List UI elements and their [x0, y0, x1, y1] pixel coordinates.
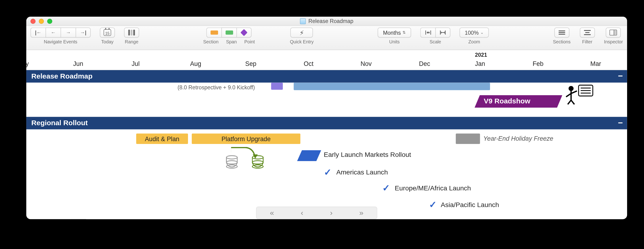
- close-window-button[interactable]: [30, 19, 36, 24]
- toolbar: |← ← → →| Navigate Events 15 Today Range…: [26, 26, 627, 50]
- pager-last-button[interactable]: »: [359, 209, 364, 217]
- month-label: Aug: [190, 60, 201, 67]
- month-label: Feb: [533, 60, 544, 67]
- point-swatch-icon: [240, 29, 248, 36]
- app-window: Release Roadmap |← ← → →| Navigate Event…: [26, 17, 627, 219]
- range-label: Range: [125, 39, 138, 44]
- presenter-icon: [565, 84, 594, 107]
- units-label: Units: [389, 39, 400, 44]
- section-header-release[interactable]: Release Roadmap −: [26, 70, 627, 82]
- check-icon: ✓: [429, 200, 436, 210]
- nav-last-button[interactable]: →|: [76, 27, 90, 37]
- nav-next-button[interactable]: →: [60, 27, 76, 37]
- inspector-button[interactable]: [606, 27, 621, 37]
- list-icon: [558, 30, 565, 35]
- range-button[interactable]: [124, 27, 139, 37]
- chevron-down-icon: ⌄: [480, 30, 484, 35]
- calendar-icon: 15: [104, 29, 111, 36]
- workshop-event[interactable]: [271, 82, 283, 90]
- zoom-select[interactable]: 100%⌄: [460, 27, 489, 37]
- month-label: Oct: [304, 60, 314, 67]
- collapse-section-button[interactable]: −: [618, 72, 623, 80]
- section-title: Release Roadmap: [32, 72, 93, 81]
- timeline-pager: « ‹ › »: [256, 207, 377, 219]
- database-old-icon: [226, 155, 238, 170]
- point-label: Point: [244, 39, 255, 44]
- sections-label: Sections: [553, 39, 570, 44]
- lightning-icon: ⚡︎: [300, 29, 304, 36]
- americas-launch-label[interactable]: Americas Launch: [336, 169, 388, 176]
- apac-launch-label[interactable]: Asia/Pacific Launch: [441, 201, 499, 209]
- month-label: Jun: [73, 60, 83, 67]
- early-launch-marker[interactable]: [297, 150, 321, 161]
- month-label: Mar: [590, 60, 601, 67]
- pager-first-button[interactable]: «: [270, 209, 274, 217]
- nav-prev-button[interactable]: ←: [46, 27, 60, 37]
- updown-chevron-icon: ⇅: [402, 30, 406, 35]
- scale-expand-icon: [440, 29, 446, 36]
- pager-prev-button[interactable]: ‹: [301, 209, 304, 217]
- nav-label: Navigate Events: [44, 39, 78, 44]
- nav-first-button[interactable]: |←: [30, 27, 46, 37]
- emea-launch-label[interactable]: Europe/ME/Africa Launch: [395, 185, 471, 192]
- today-button[interactable]: 15: [100, 27, 115, 37]
- quick-entry-button[interactable]: ⚡︎: [290, 27, 313, 37]
- filter-label: Filter: [582, 39, 592, 44]
- audit-plan-bar[interactable]: Audit & Plan: [136, 134, 188, 144]
- today-label: Today: [101, 39, 113, 44]
- pager-next-button[interactable]: ›: [330, 209, 332, 217]
- month-label: Jul: [132, 60, 140, 67]
- new-section-button[interactable]: [206, 27, 222, 37]
- section-lane-release[interactable]: (8.0 Retrospective + 9.0 Kickoff) V9 Roa…: [26, 82, 627, 117]
- database-new-icon: [252, 155, 264, 170]
- range-icon: [128, 29, 135, 35]
- section-swatch-icon: [210, 30, 218, 35]
- maintenance-bar[interactable]: [294, 82, 490, 90]
- holiday-freeze-bar[interactable]: [456, 134, 480, 144]
- check-icon: ✓: [324, 167, 332, 178]
- check-icon: ✓: [382, 183, 390, 194]
- roadshow-event[interactable]: V9 Roadshow: [474, 95, 562, 108]
- workshop-subtitle: (8.0 Retrospective + 9.0 Kickoff): [178, 84, 255, 91]
- span-label: Span: [226, 39, 237, 44]
- scale-collapse-icon: [425, 29, 431, 36]
- section-lane-regional[interactable]: Audit & Plan Platform Upgrade Year-End H…: [26, 129, 627, 219]
- inspector-icon: [610, 29, 617, 35]
- filter-button[interactable]: [580, 27, 595, 37]
- scale-label: Scale: [430, 39, 441, 44]
- span-swatch-icon: [226, 30, 233, 35]
- quick-entry-label: Quick Entry: [290, 39, 314, 44]
- holiday-freeze-label: Year-End Holiday Freeze: [483, 135, 553, 142]
- svg-point-0: [569, 86, 574, 91]
- document-icon: [300, 18, 306, 24]
- platform-upgrade-bar[interactable]: Platform Upgrade: [192, 134, 300, 144]
- zoom-label: Zoom: [468, 39, 480, 44]
- window-title: Release Roadmap: [308, 18, 354, 24]
- minimize-window-button[interactable]: [39, 19, 44, 24]
- filter-icon: [584, 30, 590, 35]
- zoom-window-button[interactable]: [47, 19, 52, 24]
- new-span-button[interactable]: [222, 27, 236, 37]
- month-label: Dec: [419, 60, 430, 67]
- window-titlebar[interactable]: Release Roadmap: [26, 17, 627, 26]
- scale-in-button[interactable]: [435, 27, 450, 37]
- early-launch-label: Early Launch Markets Rollout: [324, 151, 411, 159]
- month-label: Jan: [475, 60, 485, 67]
- section-header-regional[interactable]: Regional Rollout −: [26, 117, 627, 129]
- month-label: Nov: [360, 60, 372, 67]
- section-title: Regional Rollout: [32, 119, 88, 127]
- month-label: ay: [26, 60, 29, 67]
- scale-out-button[interactable]: [420, 27, 435, 37]
- new-point-button[interactable]: [236, 27, 252, 37]
- month-label: Sep: [245, 60, 256, 67]
- collapse-section-button[interactable]: −: [618, 119, 623, 127]
- timeline-canvas[interactable]: 2021 ayJunJulAugSepOctNovDecJanFebMar Re…: [26, 50, 627, 219]
- section-label: Section: [203, 39, 218, 44]
- sections-button[interactable]: [554, 27, 569, 37]
- units-select[interactable]: Months⇅: [378, 27, 411, 37]
- timeline-ruler[interactable]: 2021 ayJunJulAugSepOctNovDecJanFebMar: [26, 50, 627, 70]
- inspector-label: Inspector: [604, 39, 623, 44]
